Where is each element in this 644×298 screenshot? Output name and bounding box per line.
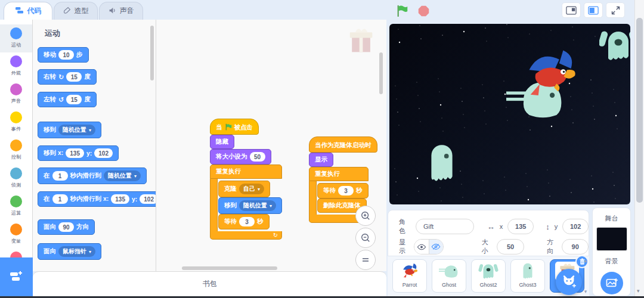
block-number-input[interactable]: 135 [66,148,84,158]
stage-toolbar [388,0,634,21]
stack-block[interactable]: 移到随机位置▾ [38,122,101,138]
stack-block[interactable]: 左转↺15度 [38,92,97,107]
x-label: x [500,223,503,230]
category-运算[interactable]: 运算 [0,193,32,221]
sprite-name-input[interactable]: Gift [416,219,474,234]
category-外观[interactable]: 外观 [0,52,32,80]
block-number-input[interactable]: 102 [140,194,156,204]
large-stage-button[interactable] [584,2,603,18]
zoom-in-button[interactable] [355,206,376,226]
stack-block[interactable]: 等待3秒 [218,214,270,229]
backdrop-thumbnail[interactable] [596,227,627,251]
sprite-card-Ghost[interactable]: Ghost [432,259,466,293]
block-number-input[interactable]: 102 [94,148,113,158]
tab-sounds-label: 声音 [120,6,134,16]
stack-block[interactable]: 右转↻15度 [38,69,97,85]
sprite-card-name: Parrot [402,282,417,288]
sprite-list-scrollbar[interactable]: ▴ ▾ [582,257,589,294]
stack-block[interactable]: 克隆自己▾ [218,181,270,197]
block-dropdown[interactable]: 自己▾ [239,184,264,194]
block-number-input[interactable]: 15 [66,95,82,104]
green-flag-button[interactable] [396,4,409,17]
stack-block[interactable]: 面向鼠标指针▾ [38,243,101,260]
block-number-input[interactable]: 50 [250,152,265,162]
block-dropdown[interactable]: 鼠标指针▾ [58,246,95,257]
c-block-header[interactable]: 重复执行 [309,167,369,181]
zoom-out-button[interactable] [355,228,376,248]
block-number-input[interactable]: 3 [338,186,354,195]
fullscreen-button[interactable] [606,2,625,18]
add-sprite-button[interactable] [556,269,582,295]
script-area-hscrollbar[interactable] [182,266,277,270]
small-stage-button[interactable] [562,2,581,18]
category-控制[interactable]: 控制 [0,136,32,164]
palette-scrollbar[interactable] [150,26,154,80]
block-number-input[interactable]: 3 [239,217,255,226]
stop-button[interactable] [417,4,431,17]
add-extension-button[interactable] [0,257,33,296]
stage-sprite-ghost[interactable] [429,141,455,186]
block-text: 度 [84,73,91,81]
stage-sprite-parrot[interactable] [516,48,584,103]
stack-block[interactable]: 将大小设为50 [210,149,271,164]
category-侦测[interactable]: 侦测 [0,164,32,193]
page-scrollbar-thumb[interactable] [636,18,643,203]
stage-sprite-ghost-arms[interactable] [599,26,630,64]
block-dropdown[interactable]: 随机位置▾ [58,125,95,135]
block-number-input[interactable]: 1 [52,194,68,204]
stack-block[interactable]: 隐藏 [210,135,234,149]
block-number-input[interactable]: 135 [111,194,129,204]
scroll-up-icon[interactable]: ▴ [584,257,587,263]
script-area-vscrollbar[interactable] [379,52,383,94]
block-dropdown[interactable]: 随机位置▾ [239,200,276,211]
stack-block[interactable]: 等待3秒 [317,183,369,198]
stage-canvas[interactable] [389,24,630,204]
hide-sprite-button[interactable] [429,240,443,254]
page-scrollbar[interactable]: ▾ [634,0,644,298]
tab-sounds[interactable]: 声音 [99,2,143,20]
direction-input[interactable]: 90 [562,239,589,254]
sprite-card-name: Ghost [442,282,456,288]
add-backdrop-button[interactable] [600,272,623,294]
sprite-card-Ghost3[interactable]: Ghost3 [510,259,545,293]
hat-block[interactable]: 当被点击 [210,119,259,135]
stack-block[interactable]: 在1秒内滑行到随机位置▾ [38,167,147,184]
stack-block[interactable]: 在1秒内滑行到 x:135y:102 [38,191,156,207]
tab-code[interactable]: 代码 [4,2,52,20]
script-area[interactable]: 当被点击隐藏将大小设为50重复执行克隆自己▾移到随机位置▾等待3秒↻当作为克隆体… [156,20,386,271]
block-number-input[interactable]: 15 [66,72,82,82]
page-scroll-down-icon[interactable]: ▾ [637,288,640,294]
stack-block[interactable]: 移动10步 [38,47,89,63]
size-input[interactable]: 50 [497,239,524,254]
category-事件[interactable]: 事件 [0,108,32,136]
category-color-dot [10,111,22,123]
stack-block[interactable]: 移到 x:135y:102 [38,145,119,161]
c-block-header[interactable]: 重复执行 [210,164,282,179]
show-sprite-button[interactable] [414,240,429,254]
category-变量[interactable]: 变量 [0,221,32,249]
rotate-ccw-icon: ↺ [58,97,64,103]
category-label: 运算 [11,210,21,217]
hat-block[interactable]: 当作为克隆体启动时 [309,136,377,153]
scroll-down-icon[interactable]: ▾ [584,288,587,294]
stack-block[interactable]: 显示 [309,153,333,167]
block-number-input[interactable]: 10 [58,50,74,60]
block-dropdown[interactable]: 随机位置▾ [104,170,141,181]
script-stack[interactable]: 当被点击隐藏将大小设为50重复执行克隆自己▾移到随机位置▾等待3秒↻ [210,119,282,240]
y-input[interactable]: 102 [562,219,589,234]
tab-costumes[interactable]: 造型 [54,2,98,20]
category-运动[interactable]: 运动 [0,24,32,52]
stack-block[interactable]: 面向90方向 [38,219,95,235]
block-number-input[interactable]: 90 [58,222,74,232]
backpack-bar[interactable]: 书包 [33,271,386,296]
sprite-card-Parrot[interactable]: Parrot [392,259,427,293]
category-label: 外观 [11,70,21,77]
stage-panel[interactable]: 舞台 背景 [592,207,631,296]
c-block[interactable]: 重复执行克隆自己▾移到随机位置▾等待3秒↻ [210,164,282,240]
category-声音[interactable]: 声音 [0,80,32,108]
zoom-reset-button[interactable] [355,250,376,270]
stack-block[interactable]: 移到随机位置▾ [218,197,282,214]
block-number-input[interactable]: 1 [52,171,68,181]
x-input[interactable]: 135 [507,219,534,234]
sprite-card-Ghost2[interactable]: Ghost2 [471,259,506,293]
